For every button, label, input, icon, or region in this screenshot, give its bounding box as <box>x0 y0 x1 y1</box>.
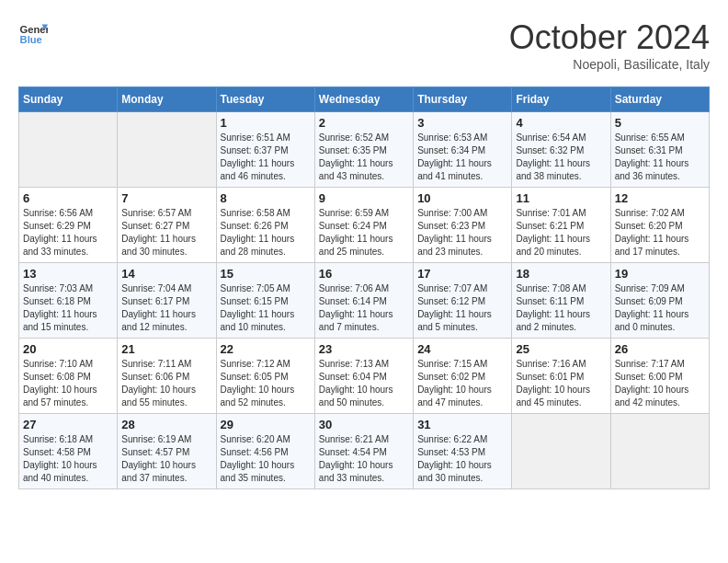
calendar-cell: 24 Sunrise: 7:15 AMSunset: 6:02 PMDaylig… <box>414 339 512 414</box>
day-info: Sunrise: 7:11 AMSunset: 6:06 PMDaylight:… <box>121 358 211 409</box>
calendar-cell: 21 Sunrise: 7:11 AMSunset: 6:06 PMDaylig… <box>118 339 216 414</box>
calendar-cell: 16 Sunrise: 7:06 AMSunset: 6:14 PMDaylig… <box>314 263 413 339</box>
day-number: 2 <box>319 116 409 130</box>
calendar-table: SundayMondayTuesdayWednesdayThursdayFrid… <box>18 86 710 489</box>
calendar-cell: 14 Sunrise: 7:04 AMSunset: 6:17 PMDaylig… <box>118 263 216 339</box>
day-number: 27 <box>23 418 113 431</box>
day-info: Sunrise: 7:16 AMSunset: 6:01 PMDaylight:… <box>516 358 606 409</box>
day-number: 7 <box>121 191 211 205</box>
day-number: 28 <box>121 418 211 431</box>
day-info: Sunrise: 7:02 AMSunset: 6:20 PMDaylight:… <box>615 207 705 259</box>
calendar-week-row: 20 Sunrise: 7:10 AMSunset: 6:08 PMDaylig… <box>19 339 710 414</box>
day-number: 12 <box>615 191 705 205</box>
calendar-week-row: 27 Sunrise: 6:18 AMSunset: 4:58 PMDaylig… <box>19 414 710 489</box>
calendar-body: 1 Sunrise: 6:51 AMSunset: 6:37 PMDayligh… <box>19 112 710 489</box>
calendar-cell: 8 Sunrise: 6:58 AMSunset: 6:26 PMDayligh… <box>216 188 314 263</box>
calendar-cell: 22 Sunrise: 7:12 AMSunset: 6:05 PMDaylig… <box>216 339 314 414</box>
logo-icon: General Blue <box>18 18 48 48</box>
day-number: 20 <box>23 342 113 356</box>
day-info: Sunrise: 6:59 AMSunset: 6:24 PMDaylight:… <box>319 207 409 259</box>
day-number: 10 <box>417 191 507 205</box>
calendar-cell <box>19 112 118 188</box>
day-info: Sunrise: 7:01 AMSunset: 6:21 PMDaylight:… <box>516 207 606 259</box>
calendar-cell: 25 Sunrise: 7:16 AMSunset: 6:01 PMDaylig… <box>512 339 610 414</box>
calendar-cell: 26 Sunrise: 7:17 AMSunset: 6:00 PMDaylig… <box>610 339 709 414</box>
calendar-cell: 19 Sunrise: 7:09 AMSunset: 6:09 PMDaylig… <box>610 263 709 339</box>
day-info: Sunrise: 6:58 AMSunset: 6:26 PMDaylight:… <box>221 207 311 259</box>
day-header-sunday: Sunday <box>19 87 118 112</box>
day-info: Sunrise: 6:54 AMSunset: 6:32 PMDaylight:… <box>516 132 606 183</box>
day-info: Sunrise: 7:13 AMSunset: 6:04 PMDaylight:… <box>319 358 409 409</box>
day-number: 5 <box>615 116 705 130</box>
calendar-cell: 28 Sunrise: 6:19 AMSunset: 4:57 PMDaylig… <box>118 414 216 489</box>
day-number: 1 <box>221 116 311 130</box>
day-header-friday: Friday <box>512 87 610 112</box>
day-info: Sunrise: 6:53 AMSunset: 6:34 PMDaylight:… <box>417 132 507 183</box>
day-number: 23 <box>319 342 409 356</box>
calendar-cell: 27 Sunrise: 6:18 AMSunset: 4:58 PMDaylig… <box>19 414 118 489</box>
calendar-cell <box>610 414 709 489</box>
day-info: Sunrise: 7:05 AMSunset: 6:15 PMDaylight:… <box>221 282 311 334</box>
day-number: 8 <box>221 191 311 205</box>
day-number: 17 <box>417 267 507 281</box>
day-info: Sunrise: 6:51 AMSunset: 6:37 PMDaylight:… <box>221 132 311 183</box>
day-number: 6 <box>23 191 113 205</box>
day-info: Sunrise: 7:10 AMSunset: 6:08 PMDaylight:… <box>23 358 113 409</box>
calendar-header-row: SundayMondayTuesdayWednesdayThursdayFrid… <box>19 87 710 112</box>
calendar-cell: 17 Sunrise: 7:07 AMSunset: 6:12 PMDaylig… <box>414 263 512 339</box>
calendar-cell: 1 Sunrise: 6:51 AMSunset: 6:37 PMDayligh… <box>216 112 314 188</box>
calendar-cell: 31 Sunrise: 6:22 AMSunset: 4:53 PMDaylig… <box>414 414 512 489</box>
calendar-cell: 15 Sunrise: 7:05 AMSunset: 6:15 PMDaylig… <box>216 263 314 339</box>
day-header-tuesday: Tuesday <box>216 87 314 112</box>
day-info: Sunrise: 7:17 AMSunset: 6:00 PMDaylight:… <box>615 358 705 409</box>
day-number: 4 <box>516 116 606 130</box>
day-info: Sunrise: 7:00 AMSunset: 6:23 PMDaylight:… <box>417 207 507 259</box>
day-info: Sunrise: 7:12 AMSunset: 6:05 PMDaylight:… <box>221 358 311 409</box>
day-info: Sunrise: 7:04 AMSunset: 6:17 PMDaylight:… <box>121 282 211 334</box>
day-number: 26 <box>615 342 705 356</box>
month-title: October 2024 <box>509 18 710 57</box>
logo: General Blue <box>18 18 48 48</box>
calendar-cell: 29 Sunrise: 6:20 AMSunset: 4:56 PMDaylig… <box>216 414 314 489</box>
day-header-monday: Monday <box>118 87 216 112</box>
calendar-cell: 12 Sunrise: 7:02 AMSunset: 6:20 PMDaylig… <box>610 188 709 263</box>
day-info: Sunrise: 7:15 AMSunset: 6:02 PMDaylight:… <box>417 358 507 409</box>
calendar-week-row: 6 Sunrise: 6:56 AMSunset: 6:29 PMDayligh… <box>19 188 710 263</box>
day-info: Sunrise: 6:56 AMSunset: 6:29 PMDaylight:… <box>23 207 113 259</box>
day-header-thursday: Thursday <box>414 87 512 112</box>
day-info: Sunrise: 7:07 AMSunset: 6:12 PMDaylight:… <box>417 282 507 334</box>
day-info: Sunrise: 7:09 AMSunset: 6:09 PMDaylight:… <box>615 282 705 334</box>
day-number: 15 <box>221 267 311 281</box>
calendar-cell: 11 Sunrise: 7:01 AMSunset: 6:21 PMDaylig… <box>512 188 610 263</box>
day-info: Sunrise: 6:18 AMSunset: 4:58 PMDaylight:… <box>23 433 113 485</box>
day-info: Sunrise: 6:19 AMSunset: 4:57 PMDaylight:… <box>121 433 211 485</box>
day-number: 29 <box>221 418 311 431</box>
day-number: 9 <box>319 191 409 205</box>
calendar-cell: 3 Sunrise: 6:53 AMSunset: 6:34 PMDayligh… <box>414 112 512 188</box>
calendar-cell: 6 Sunrise: 6:56 AMSunset: 6:29 PMDayligh… <box>19 188 118 263</box>
day-number: 25 <box>516 342 606 356</box>
page-header: General Blue October 2024 Noepoli, Basil… <box>18 18 710 72</box>
calendar-cell: 23 Sunrise: 7:13 AMSunset: 6:04 PMDaylig… <box>314 339 413 414</box>
day-number: 14 <box>121 267 211 281</box>
calendar-cell: 30 Sunrise: 6:21 AMSunset: 4:54 PMDaylig… <box>314 414 413 489</box>
day-number: 18 <box>516 267 606 281</box>
svg-text:Blue: Blue <box>20 34 42 45</box>
calendar-cell: 10 Sunrise: 7:00 AMSunset: 6:23 PMDaylig… <box>414 188 512 263</box>
day-info: Sunrise: 6:55 AMSunset: 6:31 PMDaylight:… <box>615 132 705 183</box>
calendar-cell: 5 Sunrise: 6:55 AMSunset: 6:31 PMDayligh… <box>610 112 709 188</box>
day-info: Sunrise: 6:22 AMSunset: 4:53 PMDaylight:… <box>417 433 507 485</box>
day-info: Sunrise: 7:03 AMSunset: 6:18 PMDaylight:… <box>23 282 113 334</box>
day-number: 24 <box>417 342 507 356</box>
day-number: 13 <box>23 267 113 281</box>
calendar-cell: 9 Sunrise: 6:59 AMSunset: 6:24 PMDayligh… <box>314 188 413 263</box>
day-number: 19 <box>615 267 705 281</box>
day-info: Sunrise: 7:06 AMSunset: 6:14 PMDaylight:… <box>319 282 409 334</box>
calendar-week-row: 1 Sunrise: 6:51 AMSunset: 6:37 PMDayligh… <box>19 112 710 188</box>
day-number: 16 <box>319 267 409 281</box>
day-number: 31 <box>417 418 507 431</box>
day-header-wednesday: Wednesday <box>314 87 413 112</box>
calendar-cell <box>118 112 216 188</box>
day-number: 22 <box>221 342 311 356</box>
location-subtitle: Noepoli, Basilicate, Italy <box>509 57 710 72</box>
